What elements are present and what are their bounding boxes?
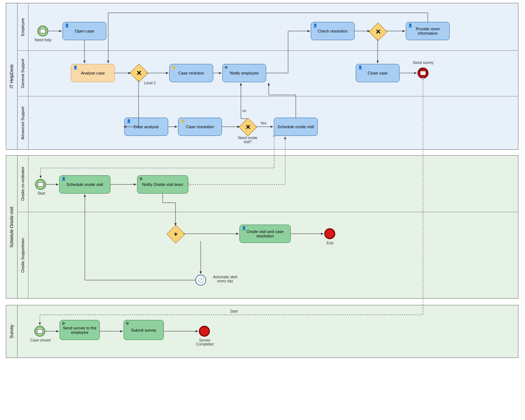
gear-icon: ⚙ <box>126 321 129 325</box>
lane-header-employee: Employee <box>17 3 29 50</box>
user-icon: 👤 <box>358 65 362 69</box>
task-label: Case resolution <box>186 125 214 129</box>
user-icon: 👤 <box>242 226 246 230</box>
task-label: Analyse case <box>81 71 105 75</box>
task-notify-onsite-team: ⚙Notify Onsite visit team <box>137 175 188 194</box>
task-open-case: 👤Open case <box>63 22 106 40</box>
hand-icon: ✋ <box>180 119 185 123</box>
x-icon: ✕ <box>245 123 251 131</box>
label-start: Start <box>36 191 47 195</box>
lane-title-advanced: Advanced Support <box>20 106 25 140</box>
label-auto-alert: Automatic alert every day <box>211 275 240 283</box>
x-icon: ✕ <box>136 69 142 77</box>
task-schedule-onsite: Schedule onsite visit <box>274 118 318 136</box>
plus-icon: + <box>174 230 178 238</box>
lane-header-general: General Support <box>17 51 29 96</box>
lane-title-supportteam: Onsite Supporteam <box>20 238 25 273</box>
task-case-reolution: ✋Case reolution <box>169 64 213 82</box>
user-icon: 👤 <box>313 23 317 27</box>
task-label: Notify Onsite visit team <box>142 182 183 187</box>
user-icon: 👤 <box>65 23 69 27</box>
task-label: Check resolution <box>318 29 348 33</box>
user-icon: 👤 <box>73 65 78 69</box>
lane-header-supportteam: Onsite Supporteam <box>17 212 29 298</box>
lane-header-advanced: Advanced Support <box>17 96 29 149</box>
task-label: Open case <box>75 29 94 33</box>
user-icon: 👤 <box>61 177 66 181</box>
hand-icon: ✋ <box>171 65 176 69</box>
task-case-resolution2: ✋Case resolution <box>178 118 222 136</box>
start-event-need-help <box>37 26 48 37</box>
task-onsite-resolution: 👤Onsite visit and case resolution <box>239 225 291 243</box>
pool-title-survey: Survey <box>9 325 14 338</box>
label-end: End <box>325 241 335 245</box>
lane-title-general: General Support <box>20 59 25 88</box>
gear-icon: ⚙ <box>139 177 143 181</box>
label-swnd-survey: Swnd survey <box>409 61 437 65</box>
lane-title-coordinator: Onsite co-ordinator <box>20 167 25 201</box>
x-icon: ✕ <box>375 28 381 36</box>
pool-title-it-helpdesk: IT HelpDesk <box>9 64 14 88</box>
lane-title-employee: Employee <box>20 18 25 36</box>
gear-icon: ⚙ <box>224 65 228 69</box>
label-no: no <box>241 109 248 113</box>
label-start2: Start <box>227 309 241 313</box>
task-submit-survey: ⚙Submit survey <box>124 320 164 340</box>
task-label: Provide more information <box>408 27 448 35</box>
label-yes: Yes <box>259 121 268 125</box>
label-survey-completed: Survey Completed <box>194 338 216 346</box>
pool-header-schedule: Schedule Onsite visit <box>6 156 18 298</box>
lane-header-coordinator: Onsite co-ordinator <box>17 156 29 212</box>
task-analyse-case: 👤Analyse case <box>71 64 115 82</box>
user-icon: 👤 <box>408 23 412 27</box>
label-level2: Level 2 <box>141 81 159 85</box>
user-icon: 👤 <box>126 119 131 123</box>
task-check-resolution: 👤Check resolution <box>311 22 355 40</box>
end-event-survey <box>199 326 210 337</box>
task-label: Onsite visit and case resolution <box>241 229 289 238</box>
task-close-case: 👤Close case <box>356 64 400 82</box>
pool-header-it-helpdesk: IT HelpDesk <box>6 3 18 149</box>
task-label: Close case <box>368 71 388 75</box>
timer-event: 🕐 <box>195 275 206 286</box>
label-case-closed: Case closed <box>29 338 52 342</box>
clock-icon: 🕐 <box>198 277 204 283</box>
task-schedule-onsite2: 👤Schedule onsite visit <box>59 175 110 194</box>
task-label: Schedule onsite visit <box>67 182 103 187</box>
pool-title-schedule: Schedule Onsite visit <box>9 206 14 247</box>
task-label: Schedule onsite visit <box>277 125 314 129</box>
end-event-swnd-survey <box>418 68 428 79</box>
task-provide-more-info: 👤Provide more information <box>406 22 450 40</box>
task-label: Submit survey <box>131 328 156 332</box>
end-event-onsite <box>324 228 335 239</box>
task-label: Case analysis <box>134 125 159 129</box>
task-label: Send survey to the employee <box>61 326 98 335</box>
start-event-survey <box>34 326 45 337</box>
pool-header-survey: Survey <box>6 305 18 358</box>
task-send-survey: ⚙Send survey to the employee <box>60 320 100 340</box>
label-need-onsite: Need onsite visit? <box>234 136 261 144</box>
task-label: Case reolution <box>178 71 204 75</box>
task-notify-employee: ⚙Notify employee <box>222 64 266 82</box>
start-event-onsite <box>35 179 46 190</box>
task-case-analysis: 👤Case analysis <box>124 118 168 136</box>
task-label: Notify employee <box>230 71 259 75</box>
label-need-help: Need help <box>33 38 53 42</box>
gear-icon: ⚙ <box>62 321 65 325</box>
